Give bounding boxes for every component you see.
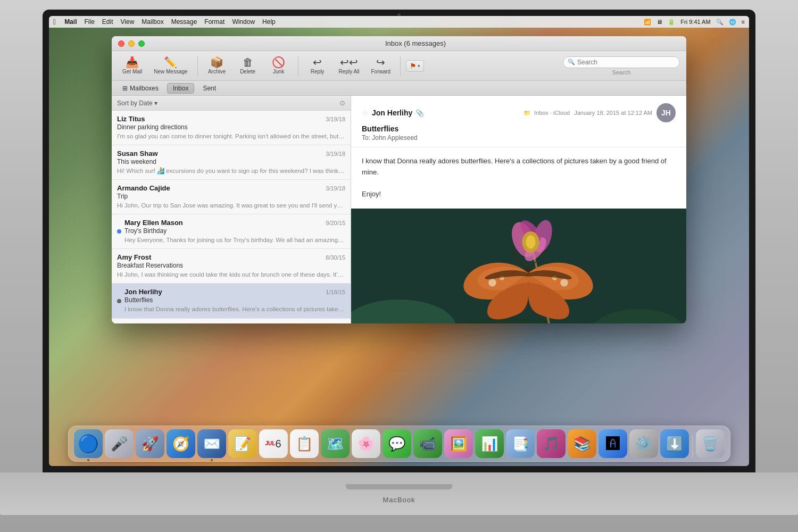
tab-sent[interactable]: Sent [197, 83, 221, 94]
email-sender-name: Jon Herlihy [372, 109, 412, 117]
menu-window[interactable]: Window [232, 18, 255, 26]
menu-mail[interactable]: Mail [64, 18, 77, 26]
dock-item-safari[interactable]: 🧭 [167, 429, 195, 458]
maps-icon: 🗺️ [327, 436, 344, 452]
dock-item-calendar[interactable]: JUL 6 [259, 429, 288, 458]
menu-mailbox[interactable]: Mailbox [142, 18, 163, 26]
message-subject: Butterflies [124, 296, 345, 304]
inbox-icon: 📁 [523, 110, 531, 117]
message-preview: Hey Everyone, Thanks for joining us for … [124, 236, 345, 244]
tab-mailboxes[interactable]: ⊞ Mailboxes [117, 83, 164, 94]
dock-item-finder[interactable]: 🔵 [74, 429, 103, 458]
new-message-label: New Message [154, 69, 187, 74]
get-mail-icon: 📥 [126, 57, 139, 68]
forward-label: Forward [371, 69, 391, 74]
reply-all-button[interactable]: ↩↩ Reply All [335, 55, 364, 77]
reply-all-icon: ↩↩ [340, 57, 358, 68]
dock-item-facetime[interactable]: 📹 [413, 429, 442, 458]
archive-icon: 📦 [210, 57, 223, 68]
macbook-base-inner: MacBook [0, 484, 798, 504]
delete-button[interactable]: 🗑 Delete [234, 55, 262, 77]
dock-item-appstore[interactable]: 🅰 [598, 429, 627, 458]
mailboxes-label: Mailboxes [130, 85, 159, 92]
junk-label: Junk [273, 69, 284, 74]
sort-options-icon[interactable]: ⊙ [339, 99, 345, 107]
list-item[interactable]: Susan Shaw 3/19/18 This weekend Hi! Whic… [112, 145, 351, 180]
trash-icon: 🗑️ [702, 436, 719, 452]
new-message-button[interactable]: ✏️ New Message [149, 55, 192, 77]
search-menu-icon[interactable]: 🔍 [716, 19, 724, 26]
dock-item-preferences[interactable]: ⚙️ [629, 429, 658, 458]
tab-inbox[interactable]: Inbox [167, 83, 194, 94]
dock-item-maps[interactable]: 🗺️ [321, 429, 350, 458]
flag-button[interactable]: ⚑ ▾ [406, 60, 424, 72]
mailboxes-icon: ⊞ [122, 85, 128, 92]
menu-edit[interactable]: Edit [102, 18, 113, 26]
menu-help[interactable]: Help [262, 18, 276, 26]
list-icon[interactable]: ≡ [742, 19, 745, 25]
message-sender: Amy Frost [117, 253, 151, 261]
desktop:  Mail File Edit View Mailbox Message Fo… [49, 16, 749, 466]
forward-button[interactable]: ↪ Forward [367, 55, 395, 77]
email-detail: ☆ Jon Herlihy 📎 📁 Inbox · iCloud [351, 96, 686, 323]
dock-item-keynote[interactable]: 📑 [506, 429, 535, 458]
message-date: 3/19/18 [326, 185, 345, 192]
menu-bar-left:  Mail File Edit View Mailbox Message Fo… [53, 18, 276, 26]
email-attachment-icon: 📎 [415, 109, 424, 117]
message-date: 8/30/15 [326, 254, 345, 261]
sent-label: Sent [203, 85, 216, 92]
menu-file[interactable]: File [84, 18, 94, 26]
message-list: Sort by Date ▾ ⊙ Liz Titus [112, 96, 351, 323]
search-input[interactable] [577, 59, 675, 66]
photos-icon: 🌸 [358, 436, 375, 452]
list-item[interactable]: Armando Cajide 3/19/18 Trip Hi John, Our… [112, 180, 351, 214]
user-icon[interactable]: 🌐 [729, 19, 736, 26]
dock-item-books[interactable]: 📚 [568, 429, 596, 458]
email-to: To: John Appleseed [362, 134, 676, 142]
dock-divider [692, 435, 693, 458]
dock-item-launchpad[interactable]: 🚀 [136, 429, 164, 458]
list-item[interactable]: Mary Ellen Mason 9/20/15 Troy's Birthday… [112, 214, 351, 249]
dock-item-messages[interactable]: 💬 [383, 429, 411, 458]
list-item[interactable]: Amy Frost 8/30/15 Breakfast Reservations… [112, 249, 351, 284]
get-mail-button[interactable]: 📥 Get Mail [118, 55, 146, 77]
archive-label: Archive [208, 69, 226, 74]
dock-item-siri[interactable]: 🎤 [105, 429, 134, 458]
email-star-icon[interactable]: ☆ [362, 109, 369, 117]
menu-message[interactable]: Message [171, 18, 197, 26]
archive-button[interactable]: 📦 Archive [203, 55, 231, 77]
maximize-button[interactable] [138, 40, 145, 47]
search-box[interactable]: 🔍 [563, 56, 680, 68]
messages-scroll[interactable]: Liz Titus 3/19/18 Dinner parking directi… [112, 111, 351, 323]
dock-item-music[interactable]: 🎵 [537, 429, 566, 458]
dock-item-trash[interactable]: 🗑️ [696, 429, 725, 458]
dock-item-reminders[interactable]: 📋 [290, 429, 319, 458]
dock-item-downloads[interactable]: ⬇️ [660, 429, 689, 458]
dock-item-numbers[interactable]: 📊 [475, 429, 504, 458]
apple-menu[interactable]:  [53, 18, 56, 26]
finder-icon: 🔵 [78, 434, 99, 454]
email-header: ☆ Jon Herlihy 📎 📁 Inbox · iCloud [351, 96, 686, 147]
macbook-hinge [346, 484, 452, 489]
menu-format[interactable]: Format [204, 18, 225, 26]
toolbar-sep-2 [298, 56, 298, 76]
get-mail-label: Get Mail [122, 69, 142, 74]
dock-item-photos[interactable]: 🌸 [352, 429, 380, 458]
dock-item-notes[interactable]: 📝 [228, 429, 257, 458]
minimize-button[interactable] [128, 40, 135, 47]
sort-by-date[interactable]: Sort by Date ▾ [117, 99, 157, 107]
close-button[interactable] [118, 40, 124, 47]
menu-view[interactable]: View [121, 18, 135, 26]
reply-button[interactable]: ↩ Reply [304, 55, 331, 77]
unread-dot [117, 229, 121, 234]
dock-item-mail[interactable]: ✉️ [197, 429, 226, 458]
dock-item-photos2[interactable]: 🖼️ [444, 429, 473, 458]
numbers-icon: 📊 [481, 436, 498, 452]
list-item[interactable]: Jon Herlihy 1/18/15 Butterflies I know t… [112, 284, 351, 318]
main-content: Sort by Date ▾ ⊙ Liz Titus [112, 96, 686, 323]
list-item[interactable]: Liz Titus 3/19/18 Dinner parking directi… [112, 111, 351, 145]
message-header: Amy Frost 8/30/15 [117, 253, 345, 261]
junk-button[interactable]: 🚫 Junk [265, 55, 293, 77]
forward-icon: ↪ [376, 57, 385, 68]
appstore-icon: 🅰 [606, 436, 620, 452]
